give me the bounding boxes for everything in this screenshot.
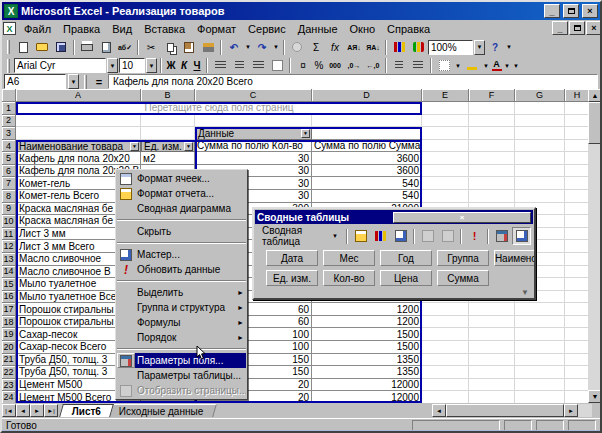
- column-header[interactable]: D: [312, 89, 422, 102]
- sort-descending-button[interactable]: ЯА↓: [364, 39, 382, 56]
- pivot-field-button[interactable]: Ед. изм.: [266, 270, 318, 286]
- paste-button[interactable]: [180, 39, 198, 56]
- row-header[interactable]: 15: [2, 278, 16, 291]
- vertical-scroll-thumb[interactable]: [588, 102, 602, 144]
- toolbar-options-icon[interactable]: ▼: [512, 63, 520, 69]
- row-header[interactable]: 23: [2, 379, 16, 392]
- fields-scroll-down-icon[interactable]: ▼: [521, 288, 529, 297]
- row-header[interactable]: 8: [2, 190, 16, 203]
- cell-sum[interactable]: 1350: [312, 354, 422, 367]
- redo-dropdown-icon[interactable]: ▼: [272, 44, 280, 50]
- menu-item[interactable]: Данные: [292, 21, 344, 36]
- row-header[interactable]: 7: [2, 177, 16, 190]
- row-header[interactable]: 5: [2, 152, 16, 165]
- row-header[interactable]: 13: [2, 253, 16, 266]
- open-button[interactable]: [33, 39, 51, 56]
- column-header[interactable]: B: [141, 89, 195, 102]
- horizontal-scroll-thumb[interactable]: [446, 404, 564, 417]
- dropdown-arrow-icon[interactable]: ▼: [130, 142, 139, 151]
- undo-dropdown-icon[interactable]: ▼: [244, 44, 252, 50]
- font-size-select[interactable]: 10: [119, 58, 145, 73]
- cell-name[interactable]: Кафель для пола 20х20: [16, 152, 141, 165]
- scroll-down-icon[interactable]: ▼: [588, 390, 602, 403]
- context-menu-item[interactable]: Параметры таблицы...: [117, 368, 246, 383]
- name-box-dropdown-icon[interactable]: ▼: [68, 74, 79, 89]
- refresh-data-icon[interactable]: !: [465, 227, 484, 245]
- fields-scroll-up-icon[interactable]: ▲: [521, 253, 529, 262]
- menu-item[interactable]: Окно: [344, 21, 382, 36]
- scroll-up-icon[interactable]: ▲: [588, 89, 602, 102]
- row-header[interactable]: 2: [2, 115, 16, 128]
- font-select[interactable]: Arial Cyr: [14, 58, 106, 73]
- fill-color-button[interactable]: [463, 57, 481, 74]
- cell-sum[interactable]: 1200: [312, 316, 422, 329]
- scroll-right-icon[interactable]: ►: [564, 404, 578, 417]
- context-menu-item[interactable]: Обновить данные: [117, 262, 246, 277]
- font-size-dropdown-icon[interactable]: ▼: [146, 58, 157, 73]
- save-button[interactable]: [52, 39, 70, 56]
- help-button[interactable]: ?: [486, 39, 504, 56]
- cell-sum[interactable]: 540: [312, 177, 422, 190]
- font-dropdown-icon[interactable]: ▼: [107, 58, 118, 73]
- decrease-decimal-button[interactable]: ←,0: [364, 57, 382, 74]
- field-settings-icon[interactable]: [492, 227, 511, 245]
- pivot-toolbar-titlebar[interactable]: Сводные таблицы ×: [255, 210, 533, 224]
- sort-ascending-button[interactable]: АЯ↓: [345, 39, 363, 56]
- increase-indent-button[interactable]: [409, 57, 427, 74]
- doc-minimize-button[interactable]: _: [552, 21, 568, 35]
- toolbar-options-icon[interactable]: ▼: [505, 44, 513, 50]
- doc-close-button[interactable]: ×: [586, 21, 602, 35]
- row-header[interactable]: 3: [2, 127, 16, 140]
- increase-decimal-button[interactable]: ,0→: [345, 57, 363, 74]
- row-header[interactable]: 20: [2, 341, 16, 354]
- context-menu-item[interactable]: [117, 216, 246, 224]
- thousands-button[interactable]: 000: [326, 57, 344, 74]
- pivot-field-button[interactable]: Год: [380, 250, 432, 266]
- cell-sum[interactable]: 1500: [312, 328, 422, 341]
- pivot-field-button[interactable]: Кол-во: [323, 270, 375, 286]
- font-color-button[interactable]: А: [491, 60, 502, 71]
- context-menu-item[interactable]: Мастер...: [117, 247, 246, 262]
- menu-item[interactable]: Справка: [381, 21, 436, 36]
- merge-center-button[interactable]: [268, 57, 286, 74]
- restore-button[interactable]: [563, 4, 579, 18]
- row-header[interactable]: 10: [2, 215, 16, 228]
- decrease-indent-button[interactable]: [390, 57, 408, 74]
- zoom-select[interactable]: 100%: [428, 40, 473, 55]
- zoom-dropdown-icon[interactable]: ▼: [474, 40, 485, 55]
- cell-unit[interactable]: м2: [141, 152, 195, 165]
- context-menu-item[interactable]: [117, 239, 246, 247]
- pivot-header-qty[interactable]: Сумма по полю Кол-во: [195, 140, 312, 153]
- dropdown-arrow-icon[interactable]: ▼: [184, 142, 193, 151]
- cut-button[interactable]: ✂: [142, 39, 160, 56]
- column-header[interactable]: G: [515, 89, 565, 102]
- row-header[interactable]: 21: [2, 354, 16, 367]
- column-header[interactable]: E: [422, 89, 469, 102]
- align-left-button[interactable]: [211, 57, 229, 74]
- paste-function-button[interactable]: fx: [326, 39, 344, 56]
- horizontal-scrollbar[interactable]: ◄ ►: [432, 404, 592, 417]
- hyperlink-button[interactable]: [288, 39, 306, 56]
- data-field-button[interactable]: Данные▼: [195, 127, 312, 140]
- pivot-table-menu-button[interactable]: Сводная таблица▼: [257, 227, 343, 245]
- chart-wizard-icon[interactable]: [371, 227, 390, 245]
- column-header[interactable]: C: [195, 89, 312, 102]
- menu-item[interactable]: Формат: [191, 21, 242, 36]
- cell-sum[interactable]: 12000: [312, 379, 422, 392]
- pivot-wizard-icon[interactable]: [391, 227, 410, 245]
- row-header[interactable]: 19: [2, 328, 16, 341]
- cell-sum[interactable]: 12000: [312, 391, 422, 403]
- percent-button[interactable]: %: [313, 57, 325, 74]
- row-header[interactable]: 4: [2, 140, 16, 153]
- row-header[interactable]: 22: [2, 366, 16, 379]
- context-menu-item[interactable]: Порядок: [117, 330, 246, 345]
- pivot-field-button[interactable]: Дата: [266, 250, 318, 266]
- undo-button[interactable]: ↶: [225, 39, 243, 56]
- context-menu-item[interactable]: [117, 345, 246, 353]
- format-report-icon[interactable]: [351, 227, 370, 245]
- page-field-drop-zone[interactable]: Перетащите сюда поля страниц: [16, 102, 422, 115]
- close-button[interactable]: ×: [582, 4, 598, 18]
- menu-item[interactable]: Правка: [57, 21, 106, 36]
- select-all-corner[interactable]: [2, 89, 16, 102]
- equals-button[interactable]: =: [92, 76, 106, 88]
